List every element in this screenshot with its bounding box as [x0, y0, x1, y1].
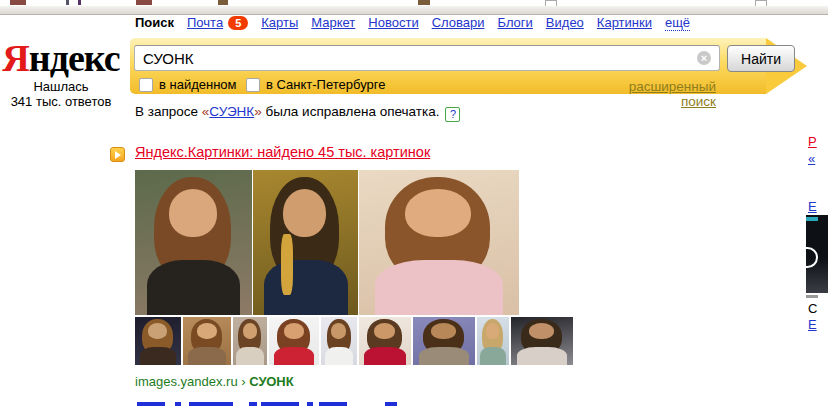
typo-correction-notice: В запросе «СУЭНК» была исправлена опечат…	[135, 104, 460, 122]
toolbar-icon-fragment	[218, 0, 228, 5]
toolbar-icon-fragment	[136, 0, 152, 5]
image-result[interactable]	[359, 317, 411, 365]
image-result[interactable]	[233, 317, 267, 365]
image-result[interactable]	[511, 317, 573, 365]
checkbox-label: в Санкт-Петербурге	[266, 77, 385, 92]
link-text-fragment	[319, 402, 347, 406]
search-input[interactable]	[134, 45, 720, 71]
nav-item-Новости[interactable]: Новости	[368, 15, 418, 30]
yandex-search-results-page: ПоискПочта5КартыМаркетНовостиСловариБлог…	[0, 0, 828, 408]
clear-search-icon[interactable]: ×	[697, 51, 711, 65]
toolbar-icon-fragment	[10, 0, 26, 5]
help-icon[interactable]: ?	[445, 107, 460, 122]
image-result[interactable]	[253, 170, 358, 315]
play-icon	[806, 247, 818, 268]
checkbox-in-city[interactable]: в Санкт-Петербурге	[246, 77, 385, 92]
link-text-fragment	[249, 402, 257, 406]
logo-letter-ya: Я	[2, 37, 28, 79]
image-result[interactable]	[269, 317, 319, 365]
image-result[interactable]	[359, 170, 519, 315]
results-count: Нашлась 341 тыс. ответов	[0, 79, 122, 109]
advanced-search-link[interactable]: расширенный поиск	[594, 79, 716, 109]
checkbox-box[interactable]	[139, 78, 153, 92]
main-image-results	[135, 170, 519, 315]
images-vertical-link[interactable]: Яндекс.Картинки: найдено 45 тыс. картино…	[135, 144, 430, 160]
browser-toolbar-bar	[0, 6, 828, 15]
link-text-fragment	[137, 402, 165, 406]
checkbox-in-found[interactable]: в найденном	[139, 77, 237, 92]
image-result[interactable]	[135, 170, 252, 315]
nav-item-ещё[interactable]: ещё	[665, 15, 690, 30]
correction-suffix: была исправлена опечатка.	[266, 104, 440, 119]
image-result[interactable]	[321, 317, 357, 365]
image-result[interactable]	[413, 317, 475, 365]
link-text-fragment	[175, 402, 181, 406]
right-column-fragment[interactable]: Р	[808, 134, 817, 149]
corrected-query-link[interactable]: СУЭНК	[209, 104, 254, 119]
toolbar-icon-fragment	[66, 0, 69, 5]
nav-item-Карты[interactable]: Карты	[261, 15, 298, 30]
thumbnail-strip	[135, 317, 573, 365]
nav-item-Видео[interactable]: Видео	[546, 15, 584, 30]
checkbox-label: в найденном	[159, 77, 237, 92]
nav-item-Словари[interactable]: Словари	[432, 15, 485, 30]
nav-item-Почта[interactable]: Почта5	[187, 15, 248, 30]
link-text-fragment	[189, 402, 233, 406]
right-column-fragment[interactable]: Е	[808, 199, 817, 214]
breadcrumb-site[interactable]: images.yandex.ru	[135, 374, 238, 389]
image-result[interactable]	[477, 317, 509, 365]
toolbar-icon-fragment	[78, 0, 81, 5]
checkbox-box[interactable]	[246, 78, 260, 92]
images-breadcrumb: images.yandex.ru › СУОНК	[135, 374, 294, 389]
nav-item-Картинки[interactable]: Картинки	[597, 15, 652, 30]
search-button[interactable]: Найти	[727, 45, 795, 72]
right-column-fragment[interactable]: «	[808, 151, 815, 166]
video-thumbnail-cutoff[interactable]	[806, 215, 828, 293]
right-column-fragment: С	[808, 301, 817, 316]
results-count-line1: Нашлась	[0, 79, 122, 94]
nav-item-Блоги[interactable]: Блоги	[498, 15, 533, 30]
right-column-fragment[interactable]: Е	[808, 317, 817, 332]
top-nav: ПоискПочта5КартыМаркетНовостиСловариБлог…	[135, 15, 690, 30]
yandex-logo[interactable]: Яндекс	[0, 36, 122, 80]
right-column-text-fragment	[806, 295, 818, 298]
breadcrumb-query: СУОНК	[249, 374, 293, 389]
video-thumb-label-fragment	[806, 217, 818, 221]
link-text-fragment	[307, 402, 313, 406]
link-text-fragment	[261, 402, 299, 406]
next-result-cutoff[interactable]	[135, 400, 555, 408]
image-result[interactable]	[183, 317, 231, 365]
nav-item-Поиск[interactable]: Поиск	[135, 15, 174, 30]
mail-count-badge: 5	[228, 16, 248, 30]
close-quote: »	[254, 104, 262, 119]
breadcrumb-separator: ›	[241, 374, 245, 389]
image-result[interactable]	[135, 317, 181, 365]
results-count-line2: 341 тыс. ответов	[0, 94, 122, 109]
link-text-fragment	[385, 402, 397, 406]
logo-rest: ндекс	[29, 37, 120, 79]
correction-prefix: В запросе	[135, 104, 198, 119]
toolbar-icon-fragment	[418, 0, 430, 5]
nav-item-Маркет[interactable]: Маркет	[311, 15, 355, 30]
yandex-images-icon	[110, 147, 125, 162]
